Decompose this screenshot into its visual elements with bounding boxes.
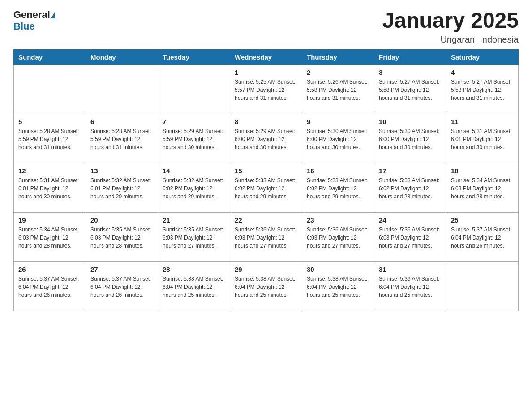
calendar-cell: 6Sunrise: 5:28 AM Sunset: 5:59 PM Daylig… bbox=[86, 114, 158, 163]
day-number: 8 bbox=[235, 118, 297, 125]
day-number: 7 bbox=[163, 118, 225, 125]
header-wednesday: Wednesday bbox=[230, 49, 302, 64]
logo-blue: Blue bbox=[13, 21, 35, 32]
day-info: Sunrise: 5:32 AM Sunset: 6:02 PM Dayligh… bbox=[163, 176, 225, 201]
header-sunday: Sunday bbox=[14, 49, 86, 64]
calendar-cell: 20Sunrise: 5:35 AM Sunset: 6:03 PM Dayli… bbox=[86, 212, 158, 261]
day-number: 4 bbox=[451, 68, 514, 76]
calendar-cell: 19Sunrise: 5:34 AM Sunset: 6:03 PM Dayli… bbox=[14, 212, 86, 261]
day-info: Sunrise: 5:36 AM Sunset: 6:03 PM Dayligh… bbox=[235, 226, 297, 250]
calendar-cell bbox=[446, 261, 519, 311]
calendar-cell: 11Sunrise: 5:31 AM Sunset: 6:01 PM Dayli… bbox=[446, 114, 519, 163]
day-info: Sunrise: 5:25 AM Sunset: 5:57 PM Dayligh… bbox=[235, 78, 297, 102]
day-info: Sunrise: 5:37 AM Sunset: 6:04 PM Dayligh… bbox=[451, 226, 514, 250]
day-info: Sunrise: 5:34 AM Sunset: 6:03 PM Dayligh… bbox=[451, 176, 514, 201]
day-number: 31 bbox=[379, 265, 442, 273]
title-block: January 2025 Ungaran, Indonesia bbox=[382, 9, 519, 45]
calendar-cell: 24Sunrise: 5:36 AM Sunset: 6:03 PM Dayli… bbox=[374, 212, 446, 261]
calendar-cell: 14Sunrise: 5:32 AM Sunset: 6:02 PM Dayli… bbox=[158, 163, 230, 212]
day-number: 14 bbox=[163, 167, 225, 175]
day-info: Sunrise: 5:27 AM Sunset: 5:58 PM Dayligh… bbox=[451, 78, 514, 102]
day-info: Sunrise: 5:27 AM Sunset: 5:58 PM Dayligh… bbox=[379, 78, 442, 102]
logo-general: General bbox=[13, 9, 50, 21]
day-info: Sunrise: 5:38 AM Sunset: 6:04 PM Dayligh… bbox=[235, 275, 297, 299]
day-info: Sunrise: 5:31 AM Sunset: 6:01 PM Dayligh… bbox=[18, 176, 81, 201]
day-number: 6 bbox=[90, 118, 153, 125]
day-number: 16 bbox=[307, 167, 369, 175]
calendar-cell: 10Sunrise: 5:30 AM Sunset: 6:00 PM Dayli… bbox=[374, 114, 446, 163]
header-tuesday: Tuesday bbox=[158, 49, 230, 64]
day-info: Sunrise: 5:36 AM Sunset: 6:03 PM Dayligh… bbox=[307, 226, 369, 250]
calendar-cell: 12Sunrise: 5:31 AM Sunset: 6:01 PM Dayli… bbox=[14, 163, 86, 212]
day-info: Sunrise: 5:38 AM Sunset: 6:04 PM Dayligh… bbox=[307, 275, 369, 299]
logo: General Blue bbox=[13, 9, 55, 32]
calendar-cell: 23Sunrise: 5:36 AM Sunset: 6:03 PM Dayli… bbox=[302, 212, 374, 261]
day-number: 9 bbox=[307, 118, 369, 125]
day-number: 28 bbox=[163, 265, 225, 273]
calendar-cell: 25Sunrise: 5:37 AM Sunset: 6:04 PM Dayli… bbox=[446, 212, 519, 261]
day-info: Sunrise: 5:37 AM Sunset: 6:04 PM Dayligh… bbox=[18, 275, 81, 299]
header-friday: Friday bbox=[374, 49, 446, 64]
calendar-cell: 30Sunrise: 5:38 AM Sunset: 6:04 PM Dayli… bbox=[302, 261, 374, 311]
day-number: 11 bbox=[451, 118, 514, 125]
calendar-cell: 2Sunrise: 5:26 AM Sunset: 5:58 PM Daylig… bbox=[302, 64, 374, 114]
day-number: 21 bbox=[163, 216, 225, 224]
page-subtitle: Ungaran, Indonesia bbox=[382, 34, 519, 45]
day-number: 13 bbox=[90, 167, 153, 175]
header-monday: Monday bbox=[86, 49, 158, 64]
day-info: Sunrise: 5:37 AM Sunset: 6:04 PM Dayligh… bbox=[90, 275, 153, 299]
calendar-cell: 3Sunrise: 5:27 AM Sunset: 5:58 PM Daylig… bbox=[374, 64, 446, 114]
day-info: Sunrise: 5:38 AM Sunset: 6:04 PM Dayligh… bbox=[163, 275, 225, 299]
calendar-cell: 17Sunrise: 5:33 AM Sunset: 6:02 PM Dayli… bbox=[374, 163, 446, 212]
day-number: 26 bbox=[18, 265, 81, 273]
calendar-cell: 28Sunrise: 5:38 AM Sunset: 6:04 PM Dayli… bbox=[158, 261, 230, 311]
header-thursday: Thursday bbox=[302, 49, 374, 64]
day-number: 18 bbox=[451, 167, 514, 175]
calendar-cell: 27Sunrise: 5:37 AM Sunset: 6:04 PM Dayli… bbox=[86, 261, 158, 311]
day-info: Sunrise: 5:33 AM Sunset: 6:02 PM Dayligh… bbox=[307, 176, 369, 201]
day-number: 17 bbox=[379, 167, 442, 175]
day-info: Sunrise: 5:39 AM Sunset: 6:04 PM Dayligh… bbox=[379, 275, 442, 299]
day-number: 5 bbox=[18, 118, 81, 125]
day-number: 3 bbox=[379, 68, 442, 76]
calendar-cell: 18Sunrise: 5:34 AM Sunset: 6:03 PM Dayli… bbox=[446, 163, 519, 212]
day-number: 24 bbox=[379, 216, 442, 224]
day-info: Sunrise: 5:29 AM Sunset: 5:59 PM Dayligh… bbox=[163, 127, 225, 151]
calendar-cell: 15Sunrise: 5:33 AM Sunset: 6:02 PM Dayli… bbox=[230, 163, 302, 212]
day-info: Sunrise: 5:33 AM Sunset: 6:02 PM Dayligh… bbox=[235, 176, 297, 201]
day-info: Sunrise: 5:30 AM Sunset: 6:00 PM Dayligh… bbox=[379, 127, 442, 151]
calendar-week-row: 1Sunrise: 5:25 AM Sunset: 5:57 PM Daylig… bbox=[14, 64, 519, 114]
calendar-table: SundayMondayTuesdayWednesdayThursdayFrid… bbox=[13, 49, 519, 311]
calendar-week-row: 26Sunrise: 5:37 AM Sunset: 6:04 PM Dayli… bbox=[14, 261, 519, 311]
calendar-cell: 13Sunrise: 5:32 AM Sunset: 6:01 PM Dayli… bbox=[86, 163, 158, 212]
calendar-cell: 21Sunrise: 5:35 AM Sunset: 6:03 PM Dayli… bbox=[158, 212, 230, 261]
calendar-header-row: SundayMondayTuesdayWednesdayThursdayFrid… bbox=[14, 49, 519, 64]
calendar-week-row: 19Sunrise: 5:34 AM Sunset: 6:03 PM Dayli… bbox=[14, 212, 519, 261]
header-saturday: Saturday bbox=[446, 49, 519, 64]
calendar-cell: 22Sunrise: 5:36 AM Sunset: 6:03 PM Dayli… bbox=[230, 212, 302, 261]
day-number: 10 bbox=[379, 118, 442, 125]
day-info: Sunrise: 5:35 AM Sunset: 6:03 PM Dayligh… bbox=[90, 226, 153, 250]
calendar-cell bbox=[158, 64, 230, 114]
day-info: Sunrise: 5:36 AM Sunset: 6:03 PM Dayligh… bbox=[379, 226, 442, 250]
day-info: Sunrise: 5:31 AM Sunset: 6:01 PM Dayligh… bbox=[451, 127, 514, 151]
day-info: Sunrise: 5:30 AM Sunset: 6:00 PM Dayligh… bbox=[307, 127, 369, 151]
day-info: Sunrise: 5:32 AM Sunset: 6:01 PM Dayligh… bbox=[90, 176, 153, 201]
day-number: 2 bbox=[307, 68, 369, 76]
day-info: Sunrise: 5:28 AM Sunset: 5:59 PM Dayligh… bbox=[18, 127, 81, 151]
calendar-cell: 1Sunrise: 5:25 AM Sunset: 5:57 PM Daylig… bbox=[230, 64, 302, 114]
day-number: 12 bbox=[18, 167, 81, 175]
calendar-week-row: 5Sunrise: 5:28 AM Sunset: 5:59 PM Daylig… bbox=[14, 114, 519, 163]
calendar-cell: 4Sunrise: 5:27 AM Sunset: 5:58 PM Daylig… bbox=[446, 64, 519, 114]
calendar-cell: 31Sunrise: 5:39 AM Sunset: 6:04 PM Dayli… bbox=[374, 261, 446, 311]
day-number: 23 bbox=[307, 216, 369, 224]
day-info: Sunrise: 5:29 AM Sunset: 6:00 PM Dayligh… bbox=[235, 127, 297, 151]
day-number: 1 bbox=[235, 68, 297, 76]
day-number: 25 bbox=[451, 216, 514, 224]
page-header: General Blue January 2025 Ungaran, Indon… bbox=[13, 9, 519, 45]
calendar-cell bbox=[14, 64, 86, 114]
day-number: 22 bbox=[235, 216, 297, 224]
calendar-cell: 7Sunrise: 5:29 AM Sunset: 5:59 PM Daylig… bbox=[158, 114, 230, 163]
calendar-cell: 8Sunrise: 5:29 AM Sunset: 6:00 PM Daylig… bbox=[230, 114, 302, 163]
day-number: 27 bbox=[90, 265, 153, 273]
